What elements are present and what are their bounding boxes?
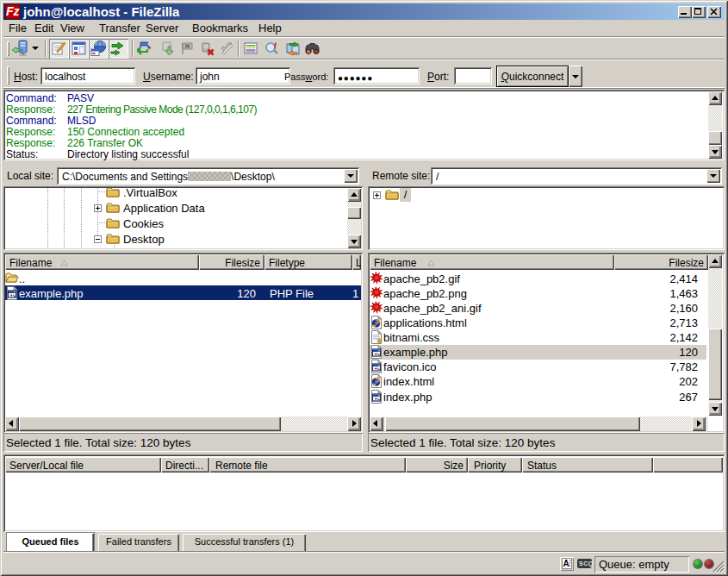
svg-text:A: A [563, 559, 569, 568]
